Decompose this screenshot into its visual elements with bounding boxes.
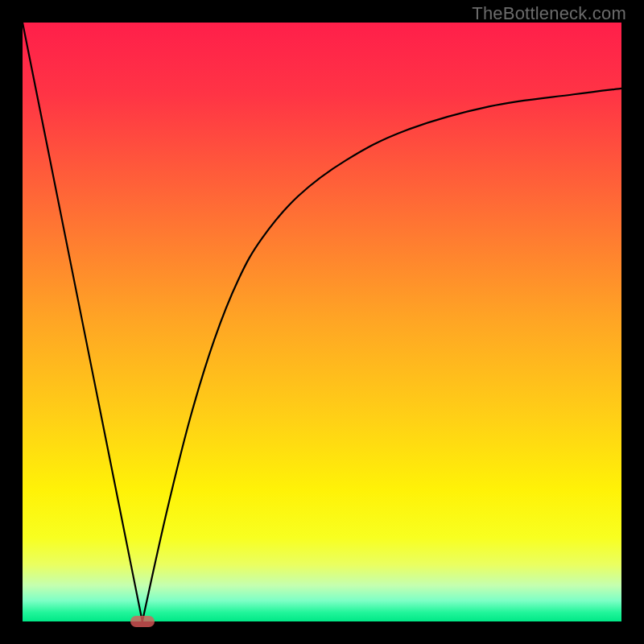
bottleneck-chart: TheBottleneck.com xyxy=(0,0,644,644)
plot-area xyxy=(23,23,621,621)
watermark-text: TheBottleneck.com xyxy=(472,3,626,24)
left-descent-line xyxy=(23,23,142,621)
curve-layer xyxy=(23,23,621,621)
bottleneck-marker xyxy=(130,616,155,627)
right-ascent-curve xyxy=(142,89,621,621)
